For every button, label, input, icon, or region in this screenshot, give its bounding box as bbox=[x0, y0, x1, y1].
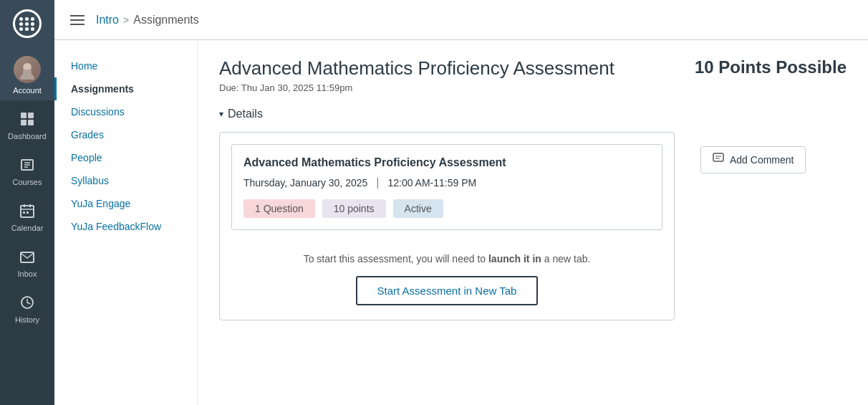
sidebar-item-label-history: History bbox=[15, 315, 39, 324]
courses-icon bbox=[17, 155, 37, 175]
details-label: Details bbox=[228, 108, 263, 120]
nav-item-discussions[interactable]: Discussions bbox=[54, 100, 197, 123]
svg-point-2 bbox=[24, 63, 31, 70]
main-wrapper: Intro > Assignments Home Assignments Dis… bbox=[54, 0, 868, 405]
sidebar: Account Dashboard Courses bbox=[0, 0, 54, 405]
nav-item-grades[interactable]: Grades bbox=[54, 123, 197, 146]
start-button-area: Start Assessment in New Tab bbox=[220, 267, 674, 320]
assessment-time: 12:00 AM-11:59 PM bbox=[387, 177, 476, 189]
launch-text: To start this assessment, you will need … bbox=[220, 242, 674, 267]
assessment-card: Advanced Mathematics Proficiency Assessm… bbox=[231, 144, 662, 230]
svg-rect-20 bbox=[713, 153, 723, 161]
sidebar-item-dashboard[interactable]: Dashboard bbox=[0, 100, 54, 146]
svg-rect-6 bbox=[21, 120, 26, 125]
launch-text-after: a new tab. bbox=[544, 253, 591, 265]
page-content: Advanced Mathematics Proficiency Assessm… bbox=[198, 40, 868, 405]
date-separator: | bbox=[376, 176, 379, 189]
nav-item-people[interactable]: People bbox=[54, 146, 197, 169]
content-area: Home Assignments Discussions Grades Peop… bbox=[54, 40, 868, 405]
details-toggle[interactable]: ▾ Details bbox=[219, 108, 847, 120]
calendar-icon bbox=[17, 201, 37, 221]
badge-questions: 1 Question bbox=[243, 199, 315, 218]
assessment-date-row: Thursday, January 30, 2025 | 12:00 AM-11… bbox=[243, 176, 650, 189]
assessment-date: Thursday, January 30, 2025 bbox=[243, 177, 367, 189]
page-header: Advanced Mathematics Proficiency Assessm… bbox=[219, 57, 847, 93]
page-title: Advanced Mathematics Proficiency Assessm… bbox=[219, 57, 614, 80]
inbox-icon bbox=[17, 247, 37, 267]
page-title-block: Advanced Mathematics Proficiency Assessm… bbox=[219, 57, 614, 93]
svg-rect-3 bbox=[23, 70, 32, 75]
sidebar-item-account[interactable]: Account bbox=[0, 47, 54, 100]
sidebar-item-label-calendar: Calendar bbox=[11, 224, 44, 232]
launch-text-before: To start this assessment, you will need … bbox=[304, 253, 486, 265]
svg-rect-5 bbox=[28, 113, 34, 118]
left-nav: Home Assignments Discussions Grades Peop… bbox=[54, 40, 198, 405]
svg-rect-16 bbox=[23, 211, 25, 214]
nav-item-home[interactable]: Home bbox=[54, 54, 197, 77]
breadcrumb: Intro > Assignments bbox=[96, 14, 199, 27]
start-assessment-button[interactable]: Start Assessment in New Tab bbox=[356, 276, 539, 305]
sidebar-item-label-dashboard: Dashboard bbox=[8, 132, 47, 140]
sidebar-item-calendar[interactable]: Calendar bbox=[0, 192, 54, 238]
sidebar-item-label-courses: Courses bbox=[13, 178, 42, 186]
breadcrumb-separator: > bbox=[123, 14, 129, 26]
logo-circle bbox=[13, 9, 42, 38]
add-comment-label: Add Comment bbox=[730, 154, 794, 166]
hamburger-button[interactable] bbox=[67, 12, 87, 28]
add-comment-button[interactable]: Add Comment bbox=[700, 146, 806, 173]
points-label: 10 Points Possible bbox=[695, 57, 847, 77]
comment-icon bbox=[713, 153, 724, 167]
svg-rect-17 bbox=[26, 211, 29, 214]
topbar: Intro > Assignments bbox=[54, 0, 868, 40]
svg-rect-4 bbox=[21, 113, 26, 118]
nav-item-yuja-engage[interactable]: YuJa Engage bbox=[54, 192, 197, 215]
sidebar-item-history[interactable]: History bbox=[0, 284, 54, 330]
app-logo[interactable] bbox=[0, 0, 54, 47]
svg-rect-18 bbox=[21, 252, 34, 262]
sidebar-item-label-account: Account bbox=[13, 86, 42, 95]
nav-item-assignments[interactable]: Assignments bbox=[54, 77, 197, 100]
nav-item-syllabus[interactable]: Syllabus bbox=[54, 169, 197, 192]
details-card: Advanced Mathematics Proficiency Assessm… bbox=[219, 132, 675, 320]
sidebar-item-inbox[interactable]: Inbox bbox=[0, 238, 54, 284]
assessment-title: Advanced Mathematics Proficiency Assessm… bbox=[243, 156, 650, 169]
nav-item-yuja-feedbackflow[interactable]: YuJa FeedbackFlow bbox=[54, 215, 197, 238]
page-due: Due: Thu Jan 30, 2025 11:59pm bbox=[219, 82, 614, 93]
badge-status: Active bbox=[393, 199, 443, 218]
avatar bbox=[14, 56, 41, 83]
badges-row: 1 Question 10 points Active bbox=[243, 199, 650, 218]
history-icon bbox=[17, 292, 37, 313]
breadcrumb-current: Assignments bbox=[133, 14, 199, 27]
badge-points: 10 points bbox=[322, 199, 386, 218]
right-sidebar: Add Comment bbox=[689, 132, 847, 188]
breadcrumb-root[interactable]: Intro bbox=[96, 14, 119, 27]
chevron-down-icon: ▾ bbox=[219, 109, 223, 119]
sidebar-item-courses[interactable]: Courses bbox=[0, 146, 54, 192]
sidebar-item-label-inbox: Inbox bbox=[18, 270, 37, 278]
svg-rect-7 bbox=[28, 120, 34, 125]
dashboard-icon bbox=[17, 109, 37, 129]
